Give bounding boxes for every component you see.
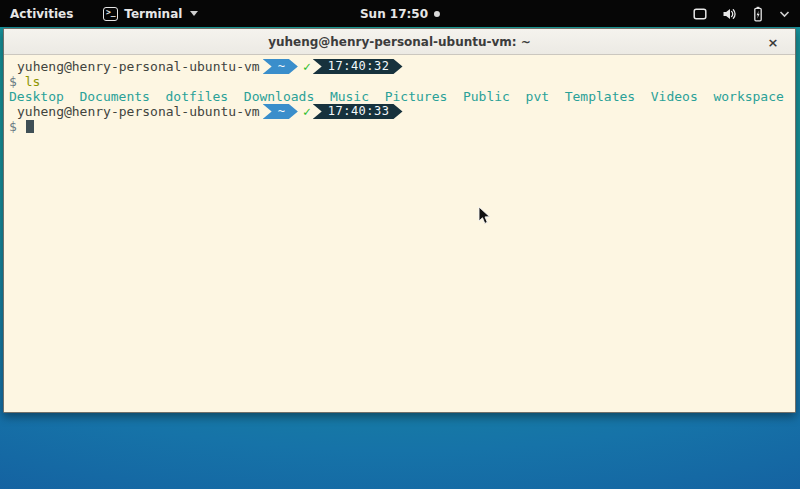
status-check-icon: ✓ bbox=[303, 59, 311, 74]
cwd-segment: ~ bbox=[263, 59, 298, 74]
typed-command: ls bbox=[25, 74, 41, 89]
mouse-pointer-icon bbox=[478, 206, 491, 229]
terminal-app-menu[interactable]: >_ Terminal bbox=[93, 0, 208, 27]
top-bar: Activities >_ Terminal Sun 17:50 bbox=[0, 0, 800, 27]
window-title: yuheng@henry-personal-ubuntu-vm: ~ bbox=[268, 35, 531, 49]
status-check-icon: ✓ bbox=[303, 104, 311, 119]
activities-button[interactable]: Activities bbox=[0, 0, 83, 27]
chevron-down-icon bbox=[779, 10, 790, 18]
prompt-user: yuheng@henry-personal-ubuntu-vm bbox=[9, 104, 260, 119]
input-line: $ bbox=[9, 119, 795, 134]
battery-charging-icon bbox=[750, 6, 766, 22]
cwd-segment: ~ bbox=[263, 104, 298, 119]
prompt-line: yuheng@henry-personal-ubuntu-vm ~ ✓ 17:4… bbox=[9, 59, 795, 74]
text-cursor bbox=[26, 120, 34, 133]
prompt-user: yuheng@henry-personal-ubuntu-vm bbox=[9, 59, 260, 74]
activities-label: Activities bbox=[10, 7, 73, 21]
display-icon bbox=[692, 6, 708, 22]
notification-dot-icon bbox=[434, 11, 440, 17]
time-segment: 17:40:32 bbox=[313, 59, 403, 74]
terminal-window: yuheng@henry-personal-ubuntu-vm: ~ × yuh… bbox=[3, 28, 796, 413]
system-menu-button[interactable] bbox=[682, 0, 800, 27]
command-line: $ ls bbox=[9, 74, 795, 89]
prompt-symbol: $ bbox=[9, 74, 17, 89]
terminal-screen[interactable]: yuheng@henry-personal-ubuntu-vm ~ ✓ 17:4… bbox=[4, 55, 795, 412]
terminal-app-icon: >_ bbox=[103, 7, 118, 21]
ls-output-line: Desktop Documents dotfiles Downloads Mus… bbox=[9, 89, 795, 104]
app-menu-label: Terminal bbox=[124, 7, 182, 21]
prompt-line: yuheng@henry-personal-ubuntu-vm ~ ✓ 17:4… bbox=[9, 104, 795, 119]
prompt-symbol: $ bbox=[9, 119, 17, 134]
caret-down-icon bbox=[190, 11, 198, 16]
time-segment: 17:40:33 bbox=[313, 104, 403, 119]
close-button[interactable]: × bbox=[760, 29, 786, 55]
volume-icon bbox=[721, 6, 737, 22]
window-titlebar[interactable]: yuheng@henry-personal-ubuntu-vm: ~ × bbox=[4, 29, 795, 55]
clock-label: Sun 17:50 bbox=[360, 7, 428, 21]
clock-button[interactable]: Sun 17:50 bbox=[360, 0, 440, 27]
desktop: { "top_bar": { "activities_label": "Acti… bbox=[0, 0, 800, 489]
